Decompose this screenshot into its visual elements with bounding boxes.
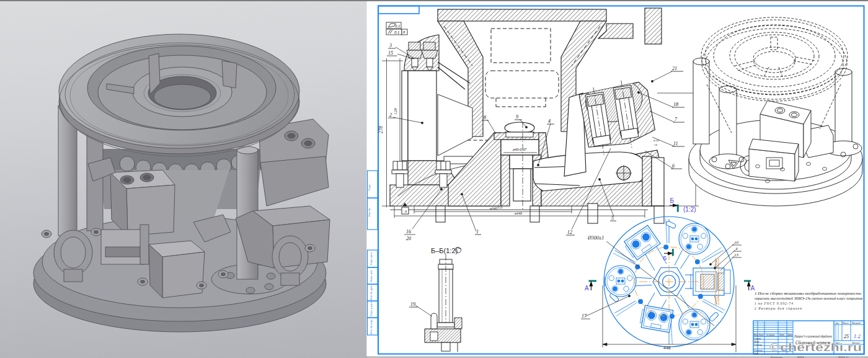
svg-text:Подп.: Подп. <box>368 184 371 191</box>
svg-text:9: 9 <box>516 114 518 120</box>
svg-text:(1:2): (1:2) <box>683 206 696 213</box>
svg-text:А: А <box>585 285 589 292</box>
svg-text:0,1: 0,1 <box>394 30 399 34</box>
svg-text:Т.контр.: Т.контр. <box>754 344 763 346</box>
svg-text:20: 20 <box>406 236 411 241</box>
svg-text:3: 3 <box>389 43 392 48</box>
svg-text:8.10: 8.10 <box>653 139 659 142</box>
svg-text:1 но ГОСТ 9.032-74: 1 но ГОСТ 9.032-74 <box>755 302 793 305</box>
svg-text:Утв.: Утв. <box>754 352 759 355</box>
svg-text:Подп. и дата: Подп. и дата <box>370 301 373 316</box>
svg-text:Б: Б <box>663 255 667 261</box>
svg-text:Копировал: Копировал <box>770 356 782 358</box>
svg-text:Инв. № подл.: Инв. № подл. <box>370 319 373 334</box>
svg-text:18: 18 <box>673 102 678 107</box>
svg-text:Б–Б(1:2): Б–Б(1:2) <box>431 247 458 254</box>
svg-text:448: 448 <box>663 346 671 350</box>
svg-text:©chertezhi.ru: ©chertezhi.ru <box>769 341 862 354</box>
svg-text:4: 4 <box>548 119 551 124</box>
svg-text:5: 5 <box>611 215 614 221</box>
svg-text:10: 10 <box>734 240 739 245</box>
svg-text:Взам. инв.: Взам. инв. <box>370 269 373 281</box>
svg-text:Масштаб: Масштаб <box>852 322 861 324</box>
svg-text:Подп.: Подп. <box>779 334 785 336</box>
svg-text:25: 25 <box>844 334 849 339</box>
svg-text:4: 4 <box>735 246 738 251</box>
svg-text:8: 8 <box>484 115 486 120</box>
svg-text:Масса: Масса <box>843 322 849 324</box>
svg-text:49954: 49954 <box>797 356 804 358</box>
svg-text:Разраб.: Разраб. <box>753 338 761 340</box>
svg-text:Подп. дата: Подп. дата <box>370 252 373 265</box>
svg-text:№ докум.: № докум. <box>766 334 775 336</box>
svg-text:×8: ×8 <box>653 143 657 146</box>
svg-text:Пров.: Пров. <box>753 341 760 343</box>
svg-text:окрасить маслостойкой ЭПИЭ-13к: окрасить маслостойкой ЭПИЭ-13к светло-зе… <box>755 297 863 300</box>
svg-text:0,1: 0,1 <box>395 24 400 28</box>
svg-text:16: 16 <box>406 229 411 235</box>
svg-text:13: 13 <box>734 253 739 257</box>
svg-text:128: 128 <box>393 108 398 115</box>
svg-text:Ø300±1: Ø300±1 <box>587 235 604 241</box>
svg-text:Н.контр.: Н.контр. <box>753 349 763 352</box>
svg-text:Инв. № дубл.: Инв. № дубл. <box>370 285 373 300</box>
svg-text:12: 12 <box>567 230 572 235</box>
svg-text:ø440: ø440 <box>514 212 522 215</box>
svg-text:2: 2 <box>389 112 392 118</box>
svg-text:ø40-0,37: ø40-0,37 <box>513 148 527 151</box>
svg-text:Б: Б <box>670 197 675 204</box>
svg-text:Дата: Дата <box>787 334 792 336</box>
svg-text:17: 17 <box>582 313 587 319</box>
svg-text:Э: Э <box>404 210 407 213</box>
svg-text:Лит.: Лит. <box>835 322 839 324</box>
svg-text:А: А <box>751 285 755 292</box>
svg-text:Инв. №: Инв. № <box>368 208 371 217</box>
svg-text:1: 1 <box>476 229 479 235</box>
svg-text:Изм. Лист: Изм. Лист <box>753 334 764 336</box>
svg-text:278: 278 <box>378 126 384 133</box>
svg-text:Патрон 3-х кулачковый обработк: Патрон 3-х кулачковый обработки <box>794 334 832 338</box>
svg-text:1:2: 1:2 <box>854 334 861 339</box>
svg-text:7: 7 <box>675 117 678 122</box>
svg-text:1 После сборки механизмы необр: 1 После сборки механизмы необработанные … <box>755 292 861 295</box>
svg-text:15: 15 <box>388 50 393 56</box>
svg-text:11: 11 <box>673 141 678 146</box>
svg-text:21: 21 <box>672 66 677 71</box>
svg-text:2 Размеры для справок: 2 Размеры для справок <box>755 307 802 310</box>
svg-text:6: 6 <box>672 163 675 169</box>
svg-text:19: 19 <box>410 302 415 307</box>
svg-text:49954 21: 49954 21 <box>838 356 849 358</box>
